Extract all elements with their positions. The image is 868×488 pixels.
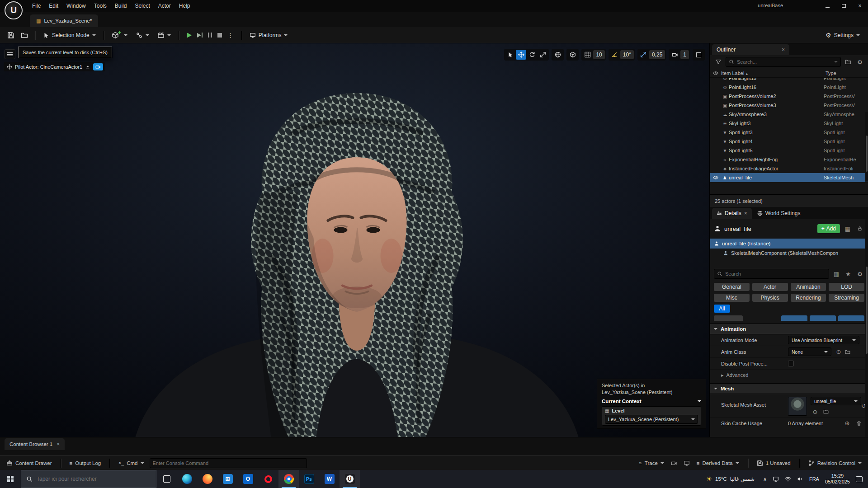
level-context-dropdown[interactable]: Lev_Yazkua_Scene (Persistent) [605,415,698,424]
play-options-button[interactable]: ⋮ [227,29,234,42]
hidden-icons-chevron[interactable]: ∧ [763,476,767,482]
menu-item[interactable]: Select [131,0,154,12]
content-drawer-button[interactable]: Content Drawer [5,457,54,469]
taskbar-app[interactable] [278,470,299,488]
taskbar-app[interactable]: O [238,470,258,488]
anim-class-dropdown[interactable]: None [788,347,831,356]
close-button[interactable]: × [852,0,868,12]
minimize-button[interactable] [819,0,835,12]
play-button[interactable] [187,29,192,42]
rotate-tool-button[interactable] [527,50,537,60]
clear-array-icon[interactable] [854,419,863,428]
unsaved-button[interactable]: 1 Unsaved [755,457,793,469]
outliner-search-input[interactable] [737,59,831,65]
grid-snap-value[interactable]: 10 [593,50,604,59]
component-row[interactable]: SkeletalMeshComponent (SkeletalMeshCompo… [710,249,868,258]
taskbar-clock[interactable]: 15:29 05/02/2025 [825,473,850,485]
taskbar-app[interactable]: Ps [299,470,319,488]
language-indicator[interactable]: FRA [809,476,819,482]
outliner-row[interactable]: ☀ SkyLight3 SkyLight [710,119,868,128]
details-options-icon[interactable]: ▦ [843,224,852,233]
details-scrollbar[interactable] [865,219,868,437]
filter-chip[interactable]: LOD [829,283,864,291]
scale-snap-value[interactable]: 0,25 [649,50,665,59]
close-icon[interactable]: × [782,47,785,52]
restore-button[interactable] [835,0,852,12]
blueprints-button[interactable] [132,29,153,42]
taskbar-app[interactable]: W [319,470,340,488]
taskbar-search-input[interactable] [37,476,151,482]
outliner-row[interactable]: ▼ SpotLight3 SpotLight [710,128,868,137]
level-viewport[interactable]: Saves the current level to disk (Ctrl+S)… [0,43,710,437]
close-icon[interactable]: × [57,441,60,447]
visibility-eye-icon[interactable] [710,175,721,180]
filter-chip-all[interactable]: All [714,305,730,313]
outliner-row[interactable]: ▼ SpotLight5 SpotLight [710,146,868,155]
frame-skip-button[interactable] [197,29,203,42]
use-selected-icon[interactable]: ⊙ [811,407,820,416]
scale-snap-toggle[interactable] [638,50,649,60]
save-button[interactable] [5,29,17,42]
instance-row[interactable]: unreal_file (Instance) [710,239,868,249]
tab-details[interactable]: Details × [712,208,752,219]
use-selected-icon[interactable]: ⊙ [834,347,843,357]
add-actor-button[interactable]: + [108,29,131,42]
browse-to-asset-icon[interactable] [843,347,852,357]
visibility-column-icon[interactable] [710,70,721,76]
scale-tool-button[interactable] [538,50,548,60]
new-folder-button[interactable] [844,57,853,66]
filter-chip[interactable]: General [714,283,750,291]
viewport-menu-button[interactable] [5,49,15,59]
insights-monitor-icon[interactable] [682,459,691,468]
output-log-button[interactable]: ≡ Output Log [68,457,103,469]
animation-mode-dropdown[interactable]: Use Animation Blueprint [788,336,859,344]
taskbar-app[interactable]: U [340,470,360,488]
taskbar-weather[interactable]: ☀ 15°C شمس غالبا [703,470,757,488]
screenshot-icon[interactable] [670,459,679,468]
start-button[interactable] [0,470,21,488]
outliner-row[interactable]: ☁ SkyAtmosphere3 SkyAtmosphe [710,110,868,119]
taskbar-app[interactable] [156,470,177,488]
taskbar-search[interactable] [21,470,156,488]
platforms-dropdown[interactable]: Platforms [246,29,292,42]
disable-post-checkbox[interactable] [788,361,794,366]
taskbar-app[interactable] [258,470,278,488]
close-icon[interactable]: × [744,211,747,216]
camera-speed-value[interactable]: 1 [680,50,689,59]
taskbar-app[interactable] [177,470,197,488]
taskbar-app[interactable] [197,470,217,488]
outliner-settings-button[interactable]: ⚙ [855,57,864,66]
details-search-input[interactable] [725,271,826,277]
outliner-row[interactable]: ⊙ PointLight16 PointLight [710,83,868,92]
menu-item[interactable]: Tools [90,0,111,12]
level-tab[interactable]: ▦ Lev_Yazkua_Scene* [30,14,98,27]
add-component-button[interactable]: + Add [817,224,840,233]
outliner-search-box[interactable] [726,57,841,67]
menu-item[interactable]: Window [62,0,90,12]
settings-dropdown[interactable]: ⚙ Settings [822,29,863,42]
notification-center-icon[interactable] [856,476,863,482]
section-mesh[interactable]: Mesh [710,383,868,394]
taskbar-app[interactable]: ⊞ [217,470,238,488]
pause-button[interactable] [208,29,212,42]
eject-pilot-button[interactable] [85,64,90,70]
asset-thumbnail[interactable] [788,397,807,416]
surface-snap-button[interactable] [567,50,578,60]
advanced-expander[interactable]: ▸ Advanced [710,370,868,380]
display-tray-icon[interactable] [773,476,779,482]
stop-button[interactable] [217,29,222,42]
outliner-row[interactable]: ▼ SpotLight4 SpotLight [710,137,868,146]
outliner-row[interactable]: ♟ unreal_file SkeletalMesh [710,173,868,182]
skeletal-mesh-dropdown[interactable]: unreal_file [811,397,861,405]
column-item-label[interactable]: Item Label ▴ [721,70,826,76]
editor-mode-dropdown[interactable]: Selection Mode [39,29,99,42]
menu-item[interactable]: Build [111,0,131,12]
world-local-toggle[interactable] [552,50,563,60]
network-tray-icon[interactable] [785,476,791,482]
revision-control-button[interactable]: Revision Control [807,457,863,469]
chevron-down-icon[interactable] [834,61,838,63]
filter-chip[interactable]: Misc [714,294,750,302]
add-array-element-icon[interactable]: ⊕ [843,419,852,428]
menu-item[interactable]: Help [175,0,194,12]
cinematics-button[interactable] [154,29,175,42]
